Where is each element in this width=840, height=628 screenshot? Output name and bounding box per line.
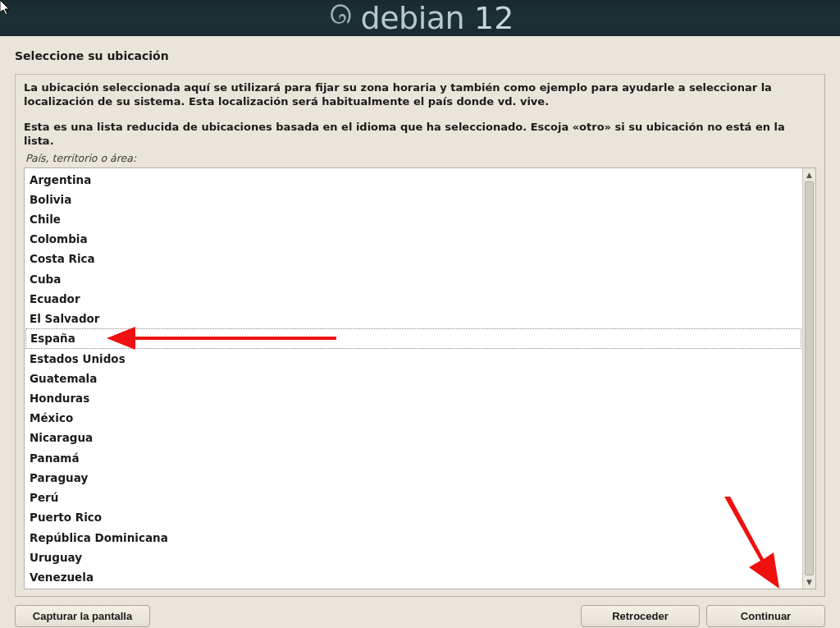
list-item[interactable]: Estados Unidos bbox=[25, 349, 802, 369]
left-button-group: Capturar la pantalla bbox=[15, 605, 150, 627]
debian-swirl-icon bbox=[326, 1, 354, 35]
list-item[interactable]: Costa Rica bbox=[25, 249, 802, 268]
header-version-text: 12 bbox=[474, 0, 514, 36]
scrollbar-down-arrow-icon[interactable]: ▼ bbox=[803, 576, 815, 588]
list-item[interactable]: Perú bbox=[25, 488, 802, 507]
header-banner: debian 12 bbox=[0, 0, 840, 36]
content-area: Seleccione su ubicación La ubicación sel… bbox=[0, 36, 840, 628]
list-item[interactable]: República Dominicana bbox=[25, 528, 802, 548]
list-item[interactable]: Venezuela bbox=[25, 567, 802, 587]
list-item[interactable]: Bolivia bbox=[25, 190, 802, 209]
list-item[interactable]: Cuba bbox=[25, 269, 802, 289]
list-item[interactable]: Colombia bbox=[25, 229, 802, 249]
button-bar: Capturar la pantalla Retroceder Continua… bbox=[15, 597, 825, 627]
mouse-cursor-icon bbox=[0, 0, 13, 16]
list-item[interactable]: Nicaragua bbox=[25, 428, 802, 447]
right-button-group: Retroceder Continuar bbox=[581, 605, 825, 627]
list-item[interactable]: Panamá bbox=[25, 448, 802, 468]
list-item[interactable]: El Salvador bbox=[25, 309, 802, 328]
continue-button[interactable]: Continuar bbox=[706, 605, 825, 627]
list-item[interactable]: Honduras bbox=[25, 388, 802, 408]
header-brand-text: debian bbox=[361, 0, 465, 36]
description-paragraph-1: La ubicación seleccionada aquí se utiliz… bbox=[24, 81, 816, 109]
list-item[interactable]: Uruguay bbox=[25, 548, 802, 567]
list-item[interactable]: España bbox=[25, 328, 801, 348]
list-item[interactable]: Puerto Rico bbox=[25, 507, 802, 527]
back-button[interactable]: Retroceder bbox=[581, 605, 700, 627]
screenshot-button[interactable]: Capturar la pantalla bbox=[15, 605, 150, 627]
list-item[interactable]: Guatemala bbox=[25, 369, 802, 388]
page-title: Seleccione su ubicación bbox=[15, 49, 825, 62]
description-paragraph-2: Esta es una lista reducida de ubicacione… bbox=[24, 121, 816, 149]
list-item[interactable]: Argentina bbox=[25, 170, 802, 190]
country-field-label: País, territorio o área: bbox=[24, 152, 816, 164]
scrollbar-thumb[interactable] bbox=[805, 181, 814, 576]
list-item[interactable]: Ecuador bbox=[25, 289, 802, 309]
main-panel: La ubicación seleccionada aquí se utiliz… bbox=[15, 74, 825, 597]
list-item[interactable]: Chile bbox=[25, 209, 802, 229]
country-list-container: ArgentinaBoliviaChileColombiaCosta RicaC… bbox=[24, 167, 816, 590]
country-list[interactable]: ArgentinaBoliviaChileColombiaCosta RicaC… bbox=[25, 168, 802, 589]
vertical-scrollbar[interactable]: ▲ ▼ bbox=[802, 168, 815, 589]
list-item[interactable]: Paraguay bbox=[25, 468, 802, 488]
list-item[interactable]: México bbox=[25, 408, 802, 428]
installer-window: debian 12 Seleccione su ubicación La ubi… bbox=[0, 0, 840, 628]
scrollbar-up-arrow-icon[interactable]: ▲ bbox=[803, 169, 815, 181]
